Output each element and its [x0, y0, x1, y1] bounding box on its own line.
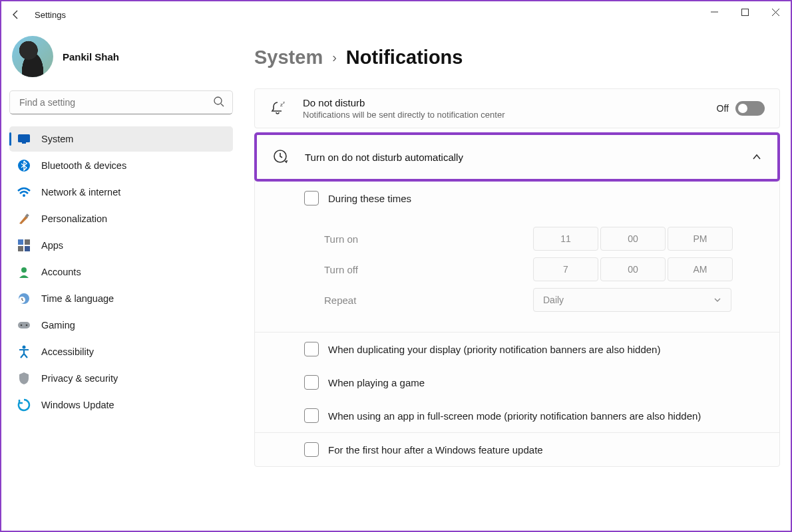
clock-globe-icon — [17, 292, 31, 305]
svg-rect-10 — [25, 239, 30, 245]
during-times-checkbox[interactable] — [304, 191, 319, 205]
sidebar-item-accessibility[interactable]: Accessibility — [9, 339, 233, 364]
apps-icon — [17, 239, 31, 252]
user-name: Pankil Shah — [63, 51, 119, 63]
fullscreen-row: When using an app in full-screen mode (p… — [255, 399, 779, 432]
sidebar-item-update[interactable]: Windows Update — [9, 392, 233, 418]
bluetooth-icon — [17, 159, 31, 172]
sidebar-item-system[interactable]: System — [9, 126, 233, 152]
sidebar-item-label: Time & language — [41, 293, 114, 304]
sidebar-item-label: Bluetooth & devices — [41, 160, 126, 171]
turn-on-row: Turn on 11 00 PM — [324, 227, 765, 251]
turn-off-ampm[interactable]: AM — [668, 257, 733, 281]
search-icon — [213, 96, 225, 108]
clock-arrow-icon — [272, 148, 290, 166]
brush-icon — [17, 212, 31, 225]
turn-off-min[interactable]: 00 — [600, 257, 666, 281]
auto-dnd-expander: Turn on do not disturb automatically Dur… — [254, 132, 780, 467]
during-times-row: During these times — [255, 182, 779, 215]
sidebar-item-label: Accessibility — [41, 346, 94, 357]
page-title: Notifications — [346, 47, 463, 68]
turn-off-hour[interactable]: 7 — [533, 257, 598, 281]
svg-point-7 — [23, 194, 25, 197]
svg-rect-11 — [18, 246, 23, 251]
sidebar-item-label: Gaming — [41, 320, 75, 331]
breadcrumb: System › Notifications — [254, 47, 780, 68]
titlebar: Settings — [1, 1, 791, 28]
duplicate-display-row: When duplicating your display (priority … — [255, 332, 779, 366]
accessibility-icon — [17, 345, 31, 358]
duplicate-display-checkbox[interactable] — [304, 342, 319, 356]
playing-game-label: When playing a game — [328, 377, 425, 388]
svg-rect-16 — [18, 322, 30, 329]
svg-point-18 — [26, 325, 28, 327]
svg-rect-12 — [25, 246, 30, 251]
feature-update-checkbox[interactable] — [304, 442, 319, 457]
maximize-button[interactable] — [729, 1, 760, 23]
auto-dnd-header[interactable]: Turn on do not disturb automatically — [254, 132, 780, 182]
sidebar-item-bluetooth[interactable]: Bluetooth & devices — [9, 153, 233, 178]
dnd-card: zz Do not disturb Notifications will be … — [254, 88, 780, 128]
repeat-value: Daily — [543, 295, 564, 305]
dnd-toggle[interactable] — [735, 101, 765, 116]
search-box[interactable] — [9, 90, 233, 114]
turn-on-label: Turn on — [324, 233, 530, 245]
update-icon — [17, 398, 31, 412]
sidebar: Pankil Shah System Bluetooth & devices N… — [1, 28, 241, 531]
sidebar-item-label: Accounts — [41, 267, 81, 277]
main-panel: System › Notifications zz Do not disturb… — [241, 28, 791, 531]
sidebar-item-apps[interactable]: Apps — [9, 233, 233, 258]
svg-point-17 — [21, 325, 23, 327]
during-times-label: During these times — [328, 193, 411, 204]
chevron-up-icon — [752, 152, 761, 162]
svg-rect-5 — [22, 142, 26, 144]
sidebar-item-label: System — [41, 134, 73, 144]
turn-off-row: Turn off 7 00 AM — [324, 257, 765, 281]
turn-on-min[interactable]: 00 — [600, 227, 666, 251]
svg-line-3 — [221, 104, 224, 106]
nav: System Bluetooth & devices Network & int… — [9, 126, 233, 418]
playing-game-checkbox[interactable] — [304, 375, 319, 390]
chevron-down-icon — [713, 296, 721, 304]
sidebar-item-personalization[interactable]: Personalization — [9, 206, 233, 231]
duplicate-display-label: When duplicating your display (priority … — [328, 344, 660, 355]
back-button[interactable] — [7, 5, 25, 24]
dnd-subtitle: Notifications will be sent directly to n… — [303, 110, 702, 120]
sidebar-item-label: Apps — [41, 240, 63, 251]
breadcrumb-parent[interactable]: System — [254, 47, 323, 68]
repeat-row: Repeat Daily — [324, 288, 765, 312]
wifi-icon — [17, 186, 31, 199]
sidebar-item-privacy[interactable]: Privacy & security — [9, 366, 233, 391]
close-button[interactable] — [760, 1, 791, 23]
svg-rect-4 — [18, 134, 30, 142]
repeat-select[interactable]: Daily — [533, 288, 731, 312]
sidebar-item-time[interactable]: Time & language — [9, 286, 233, 311]
profile[interactable]: Pankil Shah — [9, 29, 233, 90]
sidebar-item-network[interactable]: Network & internet — [9, 180, 233, 205]
turn-on-ampm[interactable]: PM — [668, 227, 733, 251]
feature-update-label: For the first hour after a Windows featu… — [328, 444, 543, 456]
system-icon — [17, 132, 31, 146]
sidebar-item-accounts[interactable]: Accounts — [9, 259, 233, 285]
sidebar-item-label: Network & internet — [41, 187, 120, 198]
shield-icon — [17, 372, 31, 385]
bell-snooze-icon: zz — [270, 100, 288, 117]
playing-game-row: When playing a game — [255, 366, 779, 399]
svg-point-2 — [214, 97, 222, 104]
turn-on-hour[interactable]: 11 — [533, 227, 598, 251]
chevron-right-icon: › — [332, 50, 337, 65]
sidebar-item-label: Windows Update — [41, 400, 114, 410]
person-icon — [17, 265, 31, 279]
app-title: Settings — [35, 10, 66, 20]
dnd-toggle-label: Off — [717, 103, 729, 114]
window-controls — [699, 1, 791, 23]
gamepad-icon — [17, 319, 31, 332]
search-input[interactable] — [9, 90, 233, 114]
sidebar-item-gaming[interactable]: Gaming — [9, 313, 233, 338]
auto-dnd-title: Turn on do not disturb automatically — [305, 152, 463, 163]
feature-update-row: For the first hour after a Windows featu… — [255, 433, 779, 466]
fullscreen-checkbox[interactable] — [304, 408, 319, 423]
minimize-button[interactable] — [699, 1, 729, 23]
svg-rect-1 — [741, 9, 748, 15]
sidebar-item-label: Personalization — [41, 213, 107, 224]
